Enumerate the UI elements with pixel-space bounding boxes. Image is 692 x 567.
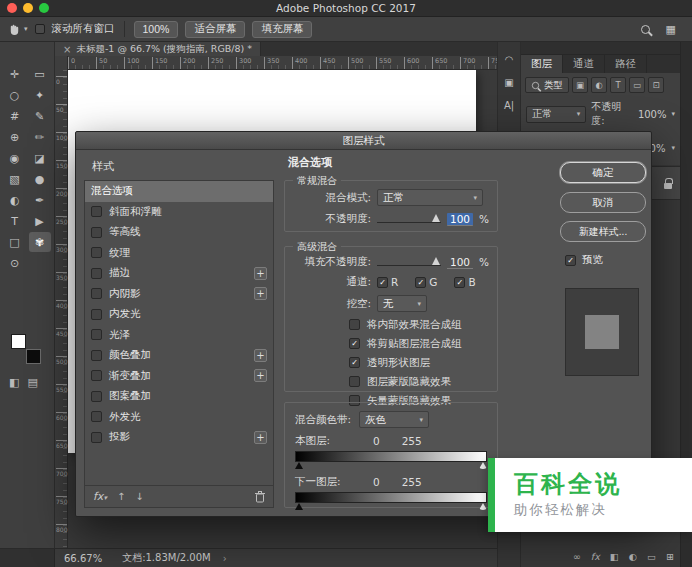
link-layers-icon[interactable]: ∞ [573, 551, 581, 562]
this-layer-gradient-bar[interactable] [295, 451, 487, 462]
style-item[interactable]: 描边+ [85, 263, 273, 284]
style-checkbox[interactable] [91, 432, 102, 443]
filter-type-layers-icon[interactable]: T [610, 77, 626, 93]
quick-mask-icon[interactable]: ◧ [9, 376, 19, 389]
advanced-option-row[interactable]: ✓透明形状图层 [285, 353, 497, 372]
background-color-swatch[interactable] [26, 349, 41, 364]
magic-wand-tool[interactable]: ✦ [29, 85, 51, 105]
move-tool[interactable]: ✛ [4, 64, 26, 84]
workspace-switcher-icon[interactable]: ▦ [666, 24, 676, 35]
fill-screen-button[interactable]: 填充屏幕 [252, 21, 312, 38]
underlying-layer-gradient-bar[interactable] [295, 492, 487, 503]
advanced-option-row[interactable]: ✓将剪贴图层混合成组 [285, 334, 497, 353]
tab-paths[interactable]: 路径 [605, 55, 647, 73]
style-item[interactable]: 等高线 [85, 222, 273, 243]
advanced-option-row[interactable]: 将内部效果混合成组 [285, 315, 497, 334]
channel-r-checkbox[interactable]: ✓ [377, 277, 388, 288]
style-checkbox[interactable] [91, 247, 102, 258]
collapsed-panel-camera-icon[interactable]: ▣ [504, 77, 513, 88]
black-slider-thumb[interactable] [295, 462, 303, 469]
horizontal-ruler[interactable]: 0501001502002503003504004505005506006507… [55, 56, 497, 70]
style-checkbox[interactable] [91, 206, 102, 217]
cancel-button[interactable]: 取消 [560, 192, 646, 213]
rectangular-marquee-tool[interactable]: ▭ [29, 64, 51, 84]
style-item[interactable]: 纹理 [85, 243, 273, 264]
ok-button[interactable]: 确定 [560, 162, 646, 183]
move-style-down-icon[interactable]: ↓ [135, 491, 143, 502]
filter-pixel-layers-icon[interactable]: ▣ [572, 77, 588, 93]
add-instance-icon[interactable]: + [254, 349, 267, 362]
hand-tool[interactable]: ✾ [29, 232, 51, 252]
style-checkbox[interactable] [91, 227, 102, 238]
gradient-tool[interactable]: ▧ [4, 169, 26, 189]
lasso-tool[interactable]: ○ [4, 85, 26, 105]
white-slider-thumb[interactable] [479, 503, 487, 510]
pen-tool[interactable]: ✒ [29, 190, 51, 210]
style-item[interactable]: 颜色叠加+ [85, 345, 273, 366]
move-style-up-icon[interactable]: ↑ [117, 491, 125, 502]
dialog-title[interactable]: 图层样式 [76, 132, 651, 150]
style-item[interactable]: 投影+ [85, 427, 273, 448]
spot-healing-brush-tool[interactable]: ⊕ [4, 127, 26, 147]
collapsed-panel-curve-icon[interactable]: ◠ [505, 54, 514, 65]
blend-if-dropdown[interactable]: 灰色 ▾ [359, 411, 429, 428]
foreground-color-swatch[interactable] [11, 334, 26, 349]
style-item[interactable]: 光泽 [85, 325, 273, 346]
white-slider-thumb[interactable] [479, 462, 487, 469]
new-style-button[interactable]: 新建样式... [560, 221, 646, 242]
dodge-tool[interactable]: ◐ [4, 190, 26, 210]
blur-tool[interactable]: ● [29, 169, 51, 189]
style-checkbox[interactable] [91, 411, 102, 422]
close-window-button[interactable] [7, 3, 17, 13]
filter-shape-layers-icon[interactable]: ▭ [629, 77, 645, 93]
option-checkbox[interactable] [349, 319, 360, 330]
status-zoom-level[interactable]: 66.67% [64, 553, 102, 564]
black-slider-thumb[interactable] [295, 503, 303, 510]
close-tab-icon[interactable]: × [63, 44, 71, 55]
style-checkbox[interactable] [91, 288, 102, 299]
layer-effects-icon[interactable]: fx [591, 551, 600, 562]
style-item[interactable]: 外发光 [85, 407, 273, 428]
add-instance-icon[interactable]: + [254, 287, 267, 300]
path-selection-tool[interactable]: ▶ [29, 211, 51, 231]
filter-kind-dropdown[interactable]: 类型 [525, 77, 569, 93]
style-checkbox[interactable] [91, 370, 102, 381]
preview-checkbox[interactable]: ✓ [565, 255, 576, 266]
layer-opacity-value[interactable]: 100% [638, 109, 667, 120]
zoom-100-button[interactable]: 100% [134, 21, 179, 38]
horizontal-type-tool[interactable]: T [4, 211, 26, 231]
tab-layers[interactable]: 图层 [521, 55, 563, 73]
blend-mode-dropdown[interactable]: 正常 ▾ [377, 189, 483, 206]
brush-tool[interactable]: ✏ [29, 127, 51, 147]
option-checkbox[interactable]: ✓ [349, 338, 360, 349]
style-checkbox[interactable] [91, 268, 102, 279]
scroll-all-windows-checkbox[interactable] [35, 24, 45, 34]
slider-thumb[interactable] [432, 257, 440, 265]
add-instance-icon[interactable]: + [254, 431, 267, 444]
style-item[interactable]: 图案叠加 [85, 386, 273, 407]
style-item[interactable]: 渐变叠加+ [85, 366, 273, 387]
style-item[interactable]: 内阴影+ [85, 284, 273, 305]
document-tab[interactable]: × 未标题-1 @ 66.7% (搜狗指南, RGB/8) * [55, 42, 261, 57]
style-item[interactable]: 内发光 [85, 304, 273, 325]
layer-blend-mode-dropdown[interactable]: 正常 ▾ [526, 106, 586, 123]
eyedropper-tool[interactable]: ✎ [29, 106, 51, 126]
option-checkbox[interactable]: ✓ [349, 357, 360, 368]
crop-tool[interactable]: # [4, 106, 26, 126]
new-layer-icon[interactable]: ⊞ [666, 551, 674, 562]
channel-g-checkbox[interactable]: ✓ [415, 277, 426, 288]
search-icon[interactable] [641, 25, 650, 34]
advanced-option-row[interactable]: 图层蒙版隐藏效果 [285, 372, 497, 391]
filter-smart-objects-icon[interactable]: ⊡ [648, 77, 664, 93]
delete-style-icon[interactable] [255, 491, 265, 503]
zoom-window-button[interactable] [39, 3, 49, 13]
zoom-tool[interactable]: ⊙ [4, 253, 26, 273]
style-checkbox[interactable] [91, 350, 102, 361]
add-layer-mask-icon[interactable]: ◧ [610, 551, 619, 562]
fit-screen-button[interactable]: 适合屏幕 [185, 21, 245, 38]
rectangle-tool[interactable]: □ [4, 232, 26, 252]
style-checkbox[interactable] [91, 309, 102, 320]
eraser-tool[interactable]: ◪ [29, 148, 51, 168]
current-tool-badge[interactable]: ▾ [8, 23, 28, 36]
add-instance-icon[interactable]: + [254, 369, 267, 382]
